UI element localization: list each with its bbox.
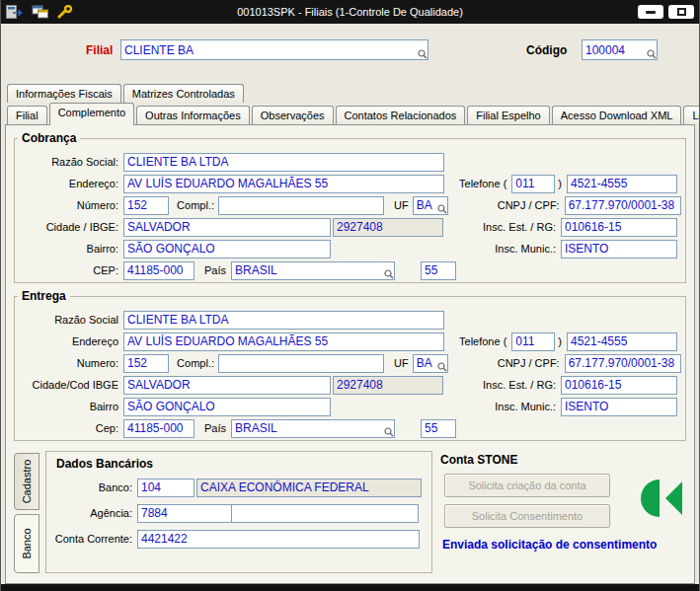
side-tab-banco-label: Banco	[21, 528, 33, 558]
stone-logo-icon	[639, 479, 684, 520]
tab-informacoes-fiscais[interactable]: Informações Fiscais	[7, 84, 121, 103]
entrega-endereco-label: Endereço	[23, 335, 123, 347]
cobranca-telefone-numero-input[interactable]	[567, 175, 677, 193]
cobranca-telefone-ddd-input[interactable]	[511, 175, 555, 193]
entrega-insc-est-input[interactable]	[561, 376, 677, 395]
cobranca-pais-lookup-icon[interactable]	[384, 269, 394, 279]
tab-filial[interactable]: Filial	[7, 106, 47, 124]
solicita-criacao-conta-button[interactable]: Solicita criação da conta	[444, 474, 610, 497]
entrega-razao-social-label: Razão Social	[23, 314, 123, 326]
tab-outras-informacoes[interactable]: Outras Informações	[136, 106, 250, 124]
cobranca-pais-label: País	[194, 264, 231, 276]
cobranca-razao-social-label: Razão Social:	[23, 156, 123, 168]
entrega-compl-input[interactable]	[218, 354, 384, 373]
cobranca-razao-social-input[interactable]	[123, 153, 444, 172]
cobranca-insc-mun-input[interactable]	[561, 240, 677, 259]
codigo-label: Código	[526, 43, 567, 57]
cobranca-compl-input[interactable]	[218, 196, 384, 215]
cobranca-bairro-input[interactable]	[123, 240, 331, 259]
consent-status-text: Enviada solicitação de consentimento	[442, 538, 690, 552]
entrega-endereco-input[interactable]	[123, 332, 444, 351]
tab-page-complemento: Cobrança Razão Social: Endereço: Telefon…	[5, 124, 695, 584]
entrega-telefone-ddd-input[interactable]	[511, 332, 555, 351]
conta-corrente-input[interactable]	[137, 530, 420, 549]
cobranca-numero-input[interactable]	[123, 196, 169, 215]
entrega-cep-label: Cep:	[23, 422, 123, 434]
cobranca-cep-label: CEP:	[23, 264, 123, 276]
cobranca-ibge-input	[333, 218, 443, 237]
entrega-insc-mun-input[interactable]	[561, 398, 677, 416]
cobranca-cidade-input[interactable]	[123, 218, 331, 237]
entrega-cidade-label: Cidade/Cod IBGE	[23, 379, 123, 391]
maximize-icon	[677, 8, 686, 16]
entrega-pais-input[interactable]	[231, 419, 395, 438]
filial-field	[120, 39, 428, 60]
cobranca-cnpj-input[interactable]	[565, 196, 681, 215]
entrega-cidade-input[interactable]	[123, 376, 331, 395]
cobranca-insc-mun-label: Insc. Munic.:	[444, 243, 561, 255]
record-header: Filial Código	[1, 24, 699, 81]
tab-contatos-relacionados[interactable]: Contatos Relacionados	[336, 106, 466, 124]
cobranca-cnpj-label: CNPJ / CPF:	[448, 199, 565, 211]
cobranca-cep-input[interactable]	[123, 261, 194, 280]
tab-complemento[interactable]: Complemento	[49, 103, 134, 125]
conta-stone-section: Conta STONE Solicita criação da conta So…	[438, 451, 690, 577]
solicita-consentimento-button[interactable]: Solicita Consentimento	[444, 504, 610, 528]
entrega-pais-label: País	[194, 422, 231, 434]
conta-corrente-label: Conta Corrente:	[54, 533, 137, 545]
cobranca-title: Cobrança	[18, 131, 80, 145]
entrega-group: Entrega Razão Social Endereço Telefone (…	[14, 296, 686, 441]
entrega-pais-codigo-input[interactable]	[421, 419, 456, 438]
entrega-cnpj-label: CNPJ / CPF:	[448, 357, 565, 369]
side-tab-banco[interactable]: Banco	[14, 514, 39, 573]
bottom-section: Cadastro Banco Dados Bancários Banco: Ag…	[14, 451, 686, 577]
agencia-extra-input[interactable]	[231, 504, 419, 523]
side-tab-cadastro[interactable]: Cadastro	[14, 453, 39, 510]
entrega-uf-lookup-icon[interactable]	[437, 362, 447, 372]
entrega-numero-label: Numero:	[23, 357, 123, 369]
cobranca-uf-lookup-icon[interactable]	[437, 204, 447, 214]
filial-lookup-icon[interactable]	[418, 49, 428, 59]
tab-filial-espelho[interactable]: Filial Espelho	[467, 106, 549, 124]
window-controls	[638, 5, 694, 19]
entrega-bairro-input[interactable]	[123, 398, 331, 416]
cobranca-endereco-input[interactable]	[123, 175, 444, 193]
maximize-button[interactable]	[668, 5, 694, 19]
cobranca-pais-input[interactable]	[231, 261, 395, 280]
filial-input[interactable]	[120, 39, 428, 60]
cobranca-telefone-close-paren: )	[555, 178, 567, 189]
tab-acesso-download-xml[interactable]: Acesso Download XML	[552, 106, 682, 124]
dados-bancarios-group: Dados Bancários Banco: Agência: Conta Co…	[45, 451, 432, 573]
agencia-input[interactable]	[137, 504, 232, 523]
tabs-row-1: Informações Fiscais Matrizes Controladas	[1, 81, 699, 103]
tab-matrizes-controladas[interactable]: Matrizes Controladas	[123, 84, 244, 103]
entrega-ibge-input	[333, 376, 443, 395]
entrega-title: Entrega	[18, 289, 70, 303]
cobranca-telefone-label: Telefone (	[444, 178, 511, 189]
tab-observacoes[interactable]: Observações	[252, 106, 334, 124]
codigo-lookup-icon[interactable]	[647, 49, 657, 59]
cobranca-insc-est-label: Insc. Est. / RG:	[444, 221, 561, 233]
entrega-compl-label: Compl.:	[169, 357, 218, 369]
entrega-pais-lookup-icon[interactable]	[384, 427, 394, 437]
entrega-telefone-numero-input[interactable]	[567, 332, 677, 351]
tabs-row-2: Filial Complemento Outras Informações Ob…	[1, 103, 699, 124]
cobranca-pais-codigo-input[interactable]	[421, 261, 456, 280]
banco-codigo-input[interactable]	[137, 479, 194, 497]
entrega-cep-input[interactable]	[123, 419, 194, 438]
entrega-uf-label: UF	[384, 357, 413, 369]
agencia-label: Agência:	[54, 507, 137, 519]
exit-icon[interactable]	[6, 5, 24, 19]
entrega-razao-social-input[interactable]	[123, 311, 444, 330]
cascade-windows-icon[interactable]	[32, 5, 49, 19]
app-window: 001013SPK - Filiais (1-Controle De Quali…	[0, 0, 700, 591]
entrega-bairro-label: Bairro	[23, 401, 123, 412]
tab-log[interactable]: Log	[683, 106, 700, 124]
entrega-numero-input[interactable]	[123, 354, 169, 373]
cobranca-endereco-label: Endereço:	[23, 178, 123, 189]
entrega-cnpj-input[interactable]	[565, 354, 681, 373]
minimize-button[interactable]	[638, 5, 663, 19]
wrench-icon[interactable]	[57, 5, 73, 19]
cobranca-insc-est-input[interactable]	[561, 218, 677, 237]
minimize-icon	[646, 11, 656, 14]
